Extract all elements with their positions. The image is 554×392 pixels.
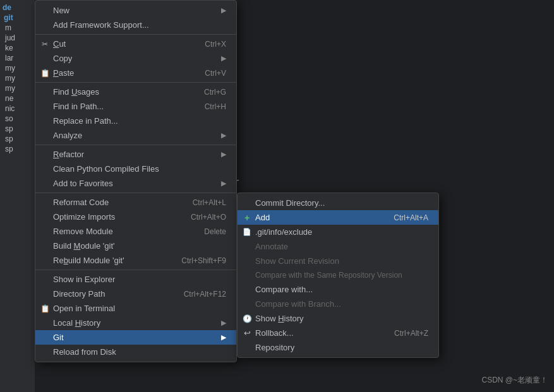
menu-item-build-module[interactable]: Build Module 'git' (35, 239, 236, 253)
submenu-item-commit-directory[interactable]: Commit Directory... (238, 196, 438, 210)
watermark-text: CSDN @~老顽童！ (481, 376, 548, 384)
tree-item-git[interactable]: git (0, 13, 35, 23)
tree-item-so[interactable]: so (0, 114, 35, 124)
git-submenu: Commit Directory... + Add Ctrl+Alt+A 📄 .… (237, 193, 439, 358)
terminal-icon: 📋 (39, 304, 51, 313)
tree-item-sp1[interactable]: sp (0, 124, 35, 134)
tree-item-jud[interactable]: jud (0, 33, 35, 43)
menu-item-copy-label: Copy (53, 54, 72, 63)
tree-item-de[interactable]: de (0, 3, 35, 13)
menu-item-refactor[interactable]: Refactor ▶ (35, 147, 236, 162)
find-usages-shortcut: Ctrl+G (204, 88, 226, 97)
menu-item-paste[interactable]: 📋 Paste Ctrl+V (35, 66, 236, 80)
submenu-compare-with-branch-label: Compare with Branch... (255, 299, 341, 309)
submenu-item-add[interactable]: + Add Ctrl+Alt+A (238, 210, 438, 225)
tree-item-nic[interactable]: nic (0, 104, 35, 114)
menu-item-new[interactable]: New ▶ (35, 3, 236, 18)
menu-item-add-to-favorites[interactable]: Add to Favorites ▶ (35, 176, 236, 191)
optimize-imports-shortcut: Ctrl+Alt+O (191, 213, 226, 222)
menu-item-local-history[interactable]: Local History ▶ (35, 316, 236, 330)
tree-item-lar[interactable]: lar (0, 53, 35, 63)
menu-item-new-label: New (53, 6, 69, 15)
menu-item-copy[interactable]: Copy ▶ (35, 51, 236, 66)
tree-item-my3[interactable]: my (0, 83, 35, 93)
submenu-show-current-revision-label: Show Current Revision (255, 256, 339, 266)
submenu-commit-directory-label: Commit Directory... (255, 198, 325, 208)
cut-icon: ✂ (39, 40, 51, 49)
submenu-item-show-history[interactable]: 🕐 Show History (238, 311, 438, 326)
rollback-shortcut: Ctrl+Alt+Z (394, 329, 428, 338)
submenu-compare-with-label: Compare with... (255, 285, 313, 294)
menu-item-show-in-explorer[interactable]: Show in Explorer (35, 272, 236, 287)
find-in-path-shortcut: Ctrl+H (205, 102, 226, 111)
submenu-show-history-label: Show History (255, 314, 304, 323)
menu-item-refactor-label: Refactor (53, 150, 84, 159)
tree-item-my2[interactable]: my (0, 73, 35, 83)
separator-5 (35, 270, 236, 270)
menu-item-find-usages-label: Find Usages (53, 87, 99, 97)
menu-item-git[interactable]: Git ▶ (35, 330, 236, 345)
menu-item-find-in-path[interactable]: Find in Path... Ctrl+H (35, 99, 236, 114)
submenu-repository-label: Repository (255, 343, 294, 352)
add-shortcut: Ctrl+Alt+A (394, 213, 428, 222)
arrow-icon-refactor: ▶ (221, 150, 226, 158)
tree-item-sp3[interactable]: sp (0, 144, 35, 154)
remove-module-shortcut: Delete (204, 227, 226, 236)
menu-item-remove-module[interactable]: Remove Module Delete (35, 224, 236, 239)
menu-item-cut[interactable]: ✂ Cut Ctrl+X (35, 37, 236, 51)
menu-item-add-framework[interactable]: Add Framework Support... (35, 18, 236, 32)
arrow-icon-copy: ▶ (221, 54, 226, 62)
arrow-icon-add-to-favorites: ▶ (221, 179, 226, 187)
separator-1 (35, 34, 236, 35)
menu-item-build-module-label: Build Module 'git' (53, 241, 115, 251)
menu-item-find-in-path-label: Find in Path... (53, 102, 104, 111)
submenu-item-show-current-revision[interactable]: Show Current Revision (238, 254, 438, 268)
rebuild-module-shortcut: Ctrl+Shift+F9 (181, 256, 226, 265)
submenu-item-compare-with[interactable]: Compare with... (238, 282, 438, 297)
file-icon-git-info: 📄 (241, 228, 253, 236)
menu-item-add-framework-label: Add Framework Support... (53, 20, 149, 30)
menu-item-git-label: Git (53, 333, 64, 342)
menu-item-cut-label: Cut (53, 39, 66, 49)
tree-item-sp2[interactable]: sp (0, 134, 35, 144)
submenu-item-git-info-exclude[interactable]: 📄 .git/info/exclude (238, 225, 438, 239)
menu-item-directory-path-label: Directory Path (53, 289, 105, 299)
submenu-item-rollback[interactable]: ↩ Rollback... Ctrl+Alt+Z (238, 326, 438, 340)
submenu-item-compare-same-repo[interactable]: Compare with the Same Repository Version (238, 268, 438, 282)
tree-item-m[interactable]: m (0, 23, 35, 33)
reformat-shortcut: Ctrl+Alt+L (193, 198, 226, 207)
tree-item-ke[interactable]: ke (0, 43, 35, 53)
menu-item-optimize-imports[interactable]: Optimize Imports Ctrl+Alt+O (35, 210, 236, 224)
arrow-icon-new: ▶ (221, 6, 226, 15)
arrow-icon-git: ▶ (221, 333, 226, 342)
tree-item-ne[interactable]: ne (0, 93, 35, 104)
cut-shortcut: Ctrl+X (205, 40, 226, 49)
menu-item-reformat-label: Reformat Code (53, 198, 109, 207)
menu-item-reload-disk[interactable]: Reload from Disk (35, 345, 236, 359)
submenu-item-annotate[interactable]: Annotate (238, 239, 438, 254)
menu-item-directory-path[interactable]: Directory Path Ctrl+Alt+F12 (35, 287, 236, 301)
menu-item-open-in-terminal[interactable]: 📋 Open in Terminal (35, 301, 236, 316)
menu-item-reload-disk-label: Reload from Disk (53, 347, 116, 357)
menu-item-optimize-imports-label: Optimize Imports (53, 212, 115, 222)
paste-shortcut: Ctrl+V (205, 69, 226, 78)
submenu-git-info-exclude-label: .git/info/exclude (255, 227, 312, 237)
menu-item-replace-in-path-label: Replace in Path... (53, 116, 118, 126)
menu-item-analyze[interactable]: Analyze ▶ (35, 128, 236, 143)
menu-item-reformat[interactable]: Reformat Code Ctrl+Alt+L (35, 195, 236, 210)
menu-item-show-in-explorer-label: Show in Explorer (53, 275, 115, 284)
menu-item-replace-in-path[interactable]: Replace in Path... (35, 114, 236, 128)
separator-3 (35, 145, 236, 145)
paste-icon: 📋 (39, 69, 51, 78)
submenu-annotate-label: Annotate (255, 242, 288, 251)
separator-2 (35, 82, 236, 83)
submenu-item-compare-with-branch[interactable]: Compare with Branch... (238, 297, 438, 311)
menu-item-rebuild-module[interactable]: Rebuild Module 'git' Ctrl+Shift+F9 (35, 253, 236, 268)
tree-item-my1[interactable]: my (0, 63, 35, 73)
add-icon: + (241, 213, 253, 223)
watermark: CSDN @~老顽童！ (481, 375, 548, 386)
menu-item-find-usages[interactable]: Find Usages Ctrl+G (35, 85, 236, 99)
menu-item-clean-python[interactable]: Clean Python Compiled Files (35, 162, 236, 176)
submenu-item-repository[interactable]: Repository (238, 340, 438, 355)
menu-item-analyze-label: Analyze (53, 131, 82, 140)
